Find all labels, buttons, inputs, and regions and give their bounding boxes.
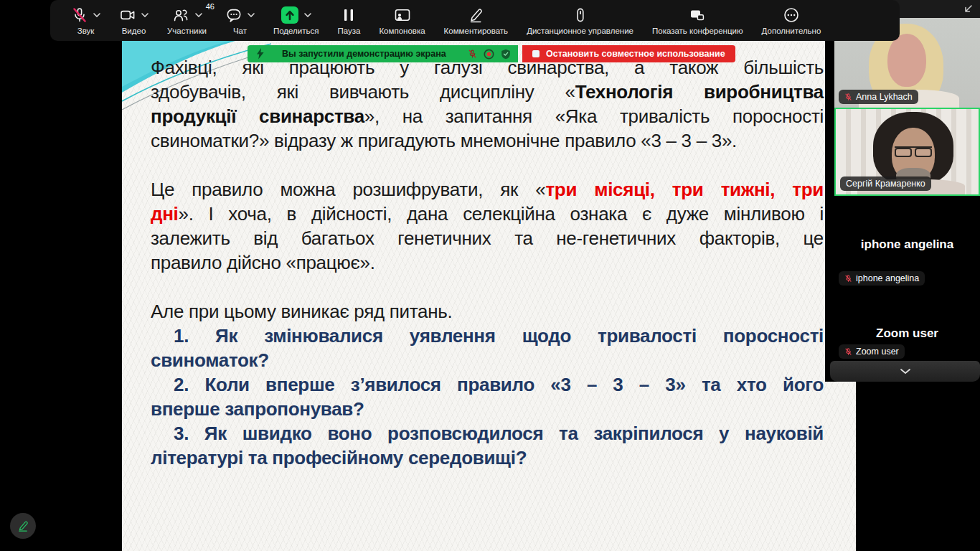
pause-label: Пауза [337,27,360,35]
mic-muted-icon [844,93,852,102]
remote-control-label: Дистанционное управление [527,27,633,35]
chevron-down-icon[interactable] [141,13,149,17]
audio-label: Звук [77,27,95,35]
shared-screen-slide: Фахівці, які працюють у галузі свинарств… [122,41,856,551]
stop-square-icon [532,50,540,57]
annotate-pencil-icon [467,6,484,24]
chevron-down-icon[interactable] [304,13,311,17]
participant-tile-sergiy-kramarenko[interactable]: Сергій Крамаренко [834,108,980,196]
chat-label: Чат [233,27,247,35]
slide-paragraph: Фахівці, які працюють у галузі свинарств… [151,55,824,153]
share-screen-button[interactable]: Поделиться [264,0,329,41]
more-ellipsis-icon [783,6,800,24]
share-screen-icon [281,6,299,24]
slide-text-line: дні». І хоча, в дійсності, дана селекцій… [151,202,824,226]
annotate-label: Комментировать [444,27,509,35]
slide-text-line: залежить від багатьох генетичних та не-г… [151,226,824,250]
chevron-down-icon [900,368,911,375]
participant-tile-iphone-angelina[interactable]: iphone angelina iphone angelina [834,196,980,289]
slide-text-line: продукції свинарства», на запитання «Яка… [151,104,824,128]
slide-text-line: 1. Як змінювалися уявлення щодо тривалос… [151,324,824,348]
more-button[interactable]: Дополнительно [753,0,831,41]
slide-paragraph: Але при цьому виникає ряд питань. [151,299,824,324]
lightning-icon [256,48,265,60]
slide-paragraph: Це правило можна розшифрувати, як «три м… [151,177,824,275]
layout-icon [393,6,412,24]
slide-text-line: 3. Як швидко воно розповсюдилося та закр… [151,421,824,446]
participant-name-tag: Сергій Крамаренко [840,176,931,191]
slide-text-line: вперше запропонував? [151,397,824,421]
security-shield-icon [501,49,511,60]
mic-muted-icon [71,6,88,24]
slide-text: Фахівці, які працюють у галузі свинарств… [151,55,824,470]
participants-count: 46 [206,2,215,11]
show-conference-button[interactable]: Показать конференцию [643,0,753,41]
slide-paragraph: 1. Як змінювалися уявлення щодо тривалос… [151,324,824,372]
meeting-toolbar: Звук Видео [50,0,900,41]
layout-button[interactable]: Компоновка [369,0,434,41]
participants-label: Участники [167,27,207,35]
slide-text-line: 2. Коли вперше з’явилося правило «3 – 3 … [151,372,824,397]
annotate-fab-button[interactable] [10,513,36,539]
slide-text-line: здобувачів, які вивчають дисципліну «Тех… [151,80,824,104]
show-conference-icon [688,6,707,24]
slide-text-line: Це правило можна розшифрувати, як «три м… [151,177,824,202]
collapse-thumbnails-icon[interactable] [961,3,974,16]
stop-share-button[interactable]: Остановить совместное использование [522,45,735,62]
chat-button[interactable]: Чат [216,0,264,41]
audio-button[interactable]: Звук [62,0,110,41]
slide-paragraph: 3. Як швидко воно розповсюдилося та закр… [151,421,824,470]
remote-control-button[interactable]: Дистанционное управление [517,0,643,41]
chevron-down-icon[interactable] [195,13,202,17]
chat-icon [225,6,242,24]
participant-display-name: iphone angelina [834,237,980,252]
slide-text-line: свиноматки?» відразу ж пригадують мнемон… [151,128,824,153]
show-conference-label: Показать конференцию [652,27,743,35]
participant-name: Сергій Крамаренко [846,179,925,189]
share-status-banner-row: Вы запустили демонстрацию экрана [248,45,735,62]
participant-name: Zoom user [856,347,899,357]
annotate-button[interactable]: Комментировать [435,0,518,41]
chevron-down-icon[interactable] [93,13,100,17]
more-label: Дополнительно [762,27,821,35]
zoom-meeting-window: Фахівці, які працюють у галузі свинарств… [0,0,980,551]
video-button[interactable]: Видео [110,0,158,41]
layout-label: Компоновка [379,27,425,35]
participant-display-name: Zoom user [834,326,980,341]
stop-share-label: Остановить совместное использование [546,49,725,59]
recording-icon [484,49,494,60]
video-thumbnails-panel: Anna Lykhach Сергій Крамаренко iphone an… [825,0,980,382]
share-label: Поделиться [273,27,319,35]
video-label: Видео [122,27,146,35]
participant-name: Anna Lykhach [856,92,913,102]
participants-button[interactable]: 46 Участники [158,0,216,41]
participant-name-tag: iphone angelina [839,271,925,286]
chevron-down-icon[interactable] [248,13,255,17]
mic-muted-icon [844,274,852,283]
pause-icon [341,6,357,24]
participant-name-tag: Zoom user [839,344,905,359]
remote-control-icon [572,6,589,24]
sharing-active-banner: Вы запустили демонстрацию экрана [248,45,518,62]
collapse-thumbnails-bar[interactable] [830,361,980,382]
slide-text-line: правило дійсно «працює». [151,250,824,275]
slide-paragraph: 2. Коли вперше з’явилося правило «3 – 3 … [151,372,824,421]
slide-text-line: свиноматок? [151,348,824,372]
participant-name-tag: Anna Lykhach [839,90,918,104]
pencil-icon [17,519,29,532]
mic-muted-icon [844,347,852,357]
participant-name: iphone angelina [856,273,919,283]
mic-muted-icon [468,49,477,60]
slide-text-line: Але при цьому виникає ряд питань. [151,299,824,324]
video-camera-icon [119,6,136,24]
slide-text-line: літературі та професійному середовищі? [151,446,824,470]
sharing-banner-message: Вы запустили демонстрацию экрана [282,49,446,59]
participants-icon [171,6,190,24]
pause-share-button[interactable]: Пауза [328,0,369,41]
